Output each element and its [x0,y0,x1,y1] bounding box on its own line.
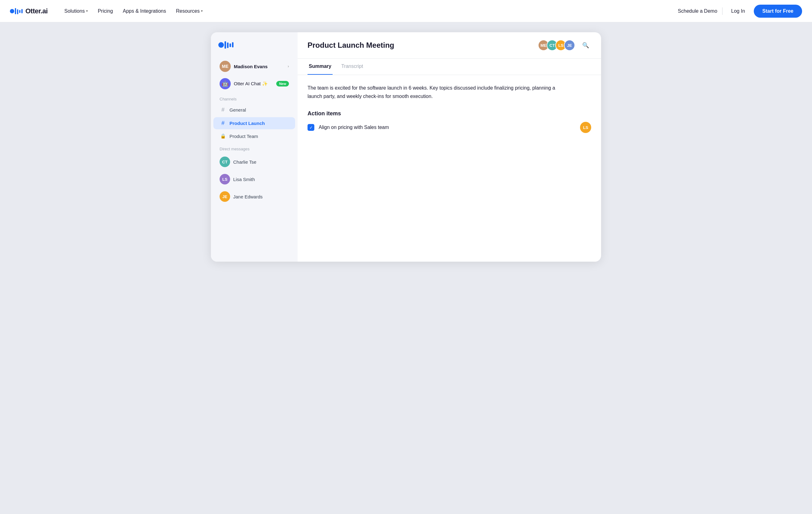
new-badge: New [276,81,289,86]
action-item-row: ✓ Align on pricing with Sales team LS [308,122,591,133]
dm-section-label: Direct messages [211,142,298,153]
sidebar-otter-ai[interactable]: 🤖 Otter AI Chat ✨ New [213,75,295,92]
channel-general-name: General [230,107,246,112]
svg-rect-4 [21,9,23,13]
app-container: ME Madison Evans › 🤖 Otter AI Chat ✨ New… [211,32,601,262]
avatar-4: JE [564,40,575,51]
action-items-title: Action items [308,110,591,117]
nav-apps[interactable]: Apps & Integrations [119,6,171,17]
user-avatar: ME [220,61,231,72]
search-icon: 🔍 [582,42,589,49]
solutions-chevron-icon: ▾ [86,9,88,13]
svg-point-0 [10,9,14,13]
svg-rect-1 [15,8,16,14]
sidebar: ME Madison Evans › 🤖 Otter AI Chat ✨ New… [211,32,298,262]
tab-summary[interactable]: Summary [308,59,332,75]
svg-rect-6 [225,41,226,49]
product-launch-hash-icon: # [220,120,226,127]
nav-actions: Schedule a Demo Log In Start for Free [678,5,802,18]
channel-product-team-name: Product Team [230,134,258,139]
sidebar-channel-general[interactable]: # General [213,104,295,116]
nav-pricing[interactable]: Pricing [93,6,117,17]
logo-text: Otter.ai [25,7,48,15]
search-button[interactable]: 🔍 [580,40,591,51]
general-hash-icon: # [220,107,226,113]
action-assignee-avatar: LS [580,122,591,133]
jane-edwards-avatar: JE [220,191,230,202]
panel-header: Product Launch Meeting ME CT LS JE 🔍 [298,32,601,59]
schedule-demo-link[interactable]: Schedule a Demo [678,8,717,14]
svg-point-5 [218,42,224,48]
charlie-tse-name: Charlie Tse [233,159,256,165]
svg-rect-7 [227,43,229,48]
user-chevron-icon: › [288,64,289,69]
action-item-left: ✓ Align on pricing with Sales team [308,124,389,131]
sidebar-logo [211,40,298,58]
sidebar-user[interactable]: ME Madison Evans › [213,58,295,75]
nav-links: Solutions ▾ Pricing Apps & Integrations … [60,6,678,17]
sidebar-channel-product-launch[interactable]: # Product Launch [213,117,295,129]
dm-lisa-smith[interactable]: LS Lisa Smith [213,171,295,187]
panel-content: The team is excited for the software lau… [298,75,601,262]
otter-ai-label: Otter AI Chat ✨ [234,81,273,86]
lisa-smith-avatar: LS [220,174,230,185]
channels-section-label: Channels [211,92,298,103]
lisa-smith-name: Lisa Smith [233,177,255,182]
main-wrapper: ME Madison Evans › 🤖 Otter AI Chat ✨ New… [0,22,812,272]
svg-rect-9 [232,42,233,48]
panel-header-right: ME CT LS JE 🔍 [538,40,591,51]
svg-rect-2 [17,9,18,14]
tab-transcript[interactable]: Transcript [340,59,365,75]
nav-solutions[interactable]: Solutions ▾ [60,6,92,17]
logo[interactable]: Otter.ai [10,7,48,16]
user-name: Madison Evans [234,64,285,69]
navbar: Otter.ai Solutions ▾ Pricing Apps & Inte… [0,0,812,22]
panel-title: Product Launch Meeting [308,41,394,50]
dm-charlie-tse[interactable]: CT Charlie Tse [213,154,295,170]
product-team-lock-icon: 🔒 [220,133,226,139]
charlie-tse-avatar: CT [220,157,230,167]
start-free-button[interactable]: Start for Free [754,5,802,18]
main-panel: Product Launch Meeting ME CT LS JE 🔍 Sum… [298,32,601,262]
login-button[interactable]: Log In [727,6,749,17]
dm-jane-edwards[interactable]: JE Jane Edwards [213,188,295,205]
jane-edwards-name: Jane Edwards [233,194,263,199]
resources-chevron-icon: ▾ [201,9,203,13]
action-label: Align on pricing with Sales team [319,125,389,130]
channel-product-launch-name: Product Launch [230,120,265,126]
nav-divider [722,7,723,15]
action-checkbox[interactable]: ✓ [308,124,314,131]
sidebar-channel-product-team[interactable]: 🔒 Product Team [213,131,295,142]
panel-tabs: Summary Transcript [298,59,601,75]
avatar-stack: ME CT LS JE [538,40,575,51]
nav-resources[interactable]: Resources ▾ [172,6,207,17]
svg-rect-3 [19,10,21,13]
svg-rect-8 [230,44,231,47]
summary-text: The team is excited for the software lau… [308,84,561,101]
otter-ai-icon: 🤖 [220,78,231,89]
